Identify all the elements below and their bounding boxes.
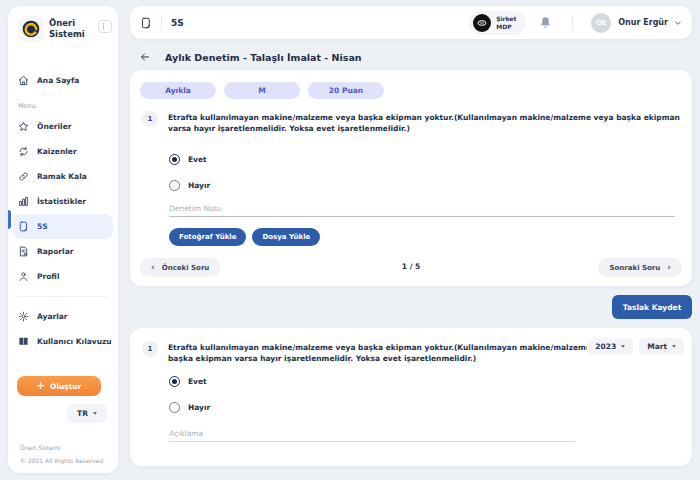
- sidebar-item-label: İstatistikler: [37, 197, 86, 206]
- sidebar-divider: [18, 296, 108, 297]
- link-icon: [18, 171, 29, 182]
- question-text: Etrafta kullanılmayan makine/malzeme vey…: [168, 341, 620, 365]
- sidebar-item-ana-sayfa[interactable]: Ana Sayfa: [13, 68, 113, 92]
- next-question-label: Sonraki Soru: [609, 264, 660, 272]
- language-select[interactable]: TR: [67, 404, 107, 423]
- sidebar-section-label: Menu: [8, 102, 118, 110]
- question-text: Etrafta kullanılmayan makine/malzeme vey…: [168, 111, 680, 135]
- year-select[interactable]: 2023: [587, 338, 633, 355]
- audit-note-input[interactable]: [169, 201, 675, 217]
- topbar-right: Şirket MDP OE Onur Ergür: [469, 11, 682, 35]
- clipboard-icon: [140, 17, 152, 29]
- month-select[interactable]: Mart: [639, 338, 684, 355]
- sidebar-item-istatistikler[interactable]: İstatistikler: [13, 189, 113, 214]
- chevron-down-icon: [93, 412, 97, 415]
- chevron-down-icon: [672, 345, 676, 348]
- footer-app-name: Öneri Sistemi: [20, 444, 60, 451]
- tab-ayikla[interactable]: Ayıkla: [140, 82, 216, 99]
- company-logo-icon: [473, 14, 491, 32]
- app-root: Öneri Sistemi Ana Sayfa Menu Öneriler Ka…: [0, 0, 700, 480]
- sidebar-item-label: Ana Sayfa: [37, 76, 79, 85]
- create-button-label: Oluştur: [50, 382, 81, 391]
- company-switcher[interactable]: Şirket MDP: [469, 11, 526, 35]
- previous-question-button[interactable]: ‹ Önceki Soru: [140, 258, 220, 277]
- sidebar-item-label: Kaizenler: [37, 147, 77, 156]
- sidebar-item-label: Kullanıcı Kılavuzu: [37, 337, 112, 346]
- sidebar-item-5s[interactable]: 5S: [13, 214, 113, 239]
- category-tabs: Ayıkla M 20 Puan: [140, 82, 384, 99]
- app-logo-icon: [18, 16, 44, 42]
- company-name: Şirket MDP: [496, 15, 516, 30]
- brand-line1: Öneri: [49, 18, 75, 28]
- home-icon: [18, 75, 29, 86]
- star-icon: [18, 121, 29, 132]
- sidebar-item-label: Ramak Kala: [37, 172, 87, 181]
- radio-option-evet[interactable]: Evet: [169, 154, 207, 165]
- chevron-down-icon[interactable]: [674, 19, 682, 27]
- plus-icon: +: [37, 381, 45, 391]
- sidebar: Öneri Sistemi Ana Sayfa Menu Öneriler Ka…: [8, 6, 118, 473]
- language-value: TR: [77, 409, 88, 418]
- tab-20-puan[interactable]: 20 Puan: [308, 82, 384, 99]
- chevron-right-icon: ›: [667, 263, 671, 272]
- sidebar-item-ramak-kala[interactable]: Ramak Kala: [13, 164, 113, 189]
- sidebar-item-oneriler[interactable]: Öneriler: [13, 114, 113, 139]
- sidebar-item-label: Öneriler: [37, 122, 71, 131]
- sidebar-logo-row: Öneri Sistemi: [8, 6, 118, 42]
- brand-line2: Sistemi: [49, 29, 85, 39]
- question-counter: 1 / 5: [402, 262, 420, 271]
- radio-label: Evet: [188, 377, 207, 386]
- sidebar-item-profil[interactable]: Profil: [13, 264, 113, 289]
- question-row: 1 Etrafta kullanılmayan makine/malzeme v…: [142, 341, 620, 365]
- radio-label: Hayır: [188, 181, 210, 190]
- radio-icon[interactable]: [169, 180, 180, 191]
- sidebar-item-label: 5S: [37, 222, 48, 231]
- radio-option-hayir[interactable]: Hayır: [169, 180, 210, 191]
- book-icon: [18, 336, 29, 347]
- upload-file-button[interactable]: Dosya Yükle: [252, 228, 320, 246]
- previous-question-label: Önceki Soru: [162, 264, 210, 272]
- user-avatar[interactable]: OE: [591, 13, 611, 33]
- month-value: Mart: [647, 342, 667, 351]
- sidebar-item-kullanici-kilavuzu[interactable]: Kullanıcı Kılavuzu: [13, 329, 113, 354]
- create-button[interactable]: + Oluştur: [17, 376, 101, 396]
- sidebar-item-raporlar[interactable]: Raporlar: [13, 239, 113, 264]
- page-heading: Aylık Denetim - Talaşlı İmalat - Nisan: [139, 51, 362, 63]
- radio-icon[interactable]: [169, 376, 180, 387]
- report-icon: [18, 246, 29, 257]
- topbar-title: 5S: [171, 18, 184, 28]
- user-icon: [18, 271, 29, 282]
- upload-photo-button[interactable]: Fotoğraf Yükle: [169, 228, 246, 246]
- question-pager: ‹ Önceki Soru 1 / 5 Sonraki Soru ›: [140, 258, 682, 277]
- save-draft-button[interactable]: Taslak Kaydet: [612, 295, 692, 319]
- radio-icon[interactable]: [169, 402, 180, 413]
- tab-m[interactable]: M: [224, 82, 300, 99]
- audit-card: Ayıkla M 20 Puan 1 Etrafta kullanılmayan…: [130, 70, 692, 286]
- user-name: Onur Ergür: [618, 18, 668, 27]
- radio-option-hayir[interactable]: Hayır: [169, 402, 210, 413]
- topbar: 5S Şirket MDP OE Onur Ergür: [130, 6, 692, 39]
- chevron-left-icon: ‹: [151, 263, 155, 272]
- year-value: 2023: [595, 342, 616, 351]
- clipboard-icon: [18, 221, 29, 232]
- sidebar-collapse-icon[interactable]: [98, 20, 112, 33]
- chevron-down-icon: [621, 345, 625, 348]
- question-row: 1 Etrafta kullanılmayan makine/malzeme v…: [142, 111, 680, 135]
- bar-chart-icon: [18, 196, 29, 207]
- notifications-bell-icon[interactable]: [539, 16, 552, 29]
- sidebar-item-kaizenler[interactable]: Kaizenler: [13, 139, 113, 164]
- sidebar-item-ayarlar[interactable]: Ayarlar: [13, 304, 113, 329]
- radio-icon[interactable]: [169, 154, 180, 165]
- next-question-button[interactable]: Sonraki Soru ›: [598, 258, 682, 277]
- company-line2: MDP: [496, 23, 511, 30]
- sidebar-item-label: Raporlar: [37, 247, 73, 256]
- question-number-badge: 1: [142, 341, 158, 357]
- back-arrow-icon[interactable]: [139, 51, 151, 63]
- page-title: Aylık Denetim - Talaşlı İmalat - Nisan: [165, 52, 362, 63]
- divider: [572, 15, 573, 30]
- radio-option-evet[interactable]: Evet: [169, 376, 207, 387]
- footer-copyright: © 2021 All Rights Reserved: [20, 457, 103, 464]
- history-card: 1 Etrafta kullanılmayan makine/malzeme v…: [130, 328, 692, 466]
- brand-name: Öneri Sistemi: [49, 16, 85, 39]
- history-note-input[interactable]: [169, 426, 575, 442]
